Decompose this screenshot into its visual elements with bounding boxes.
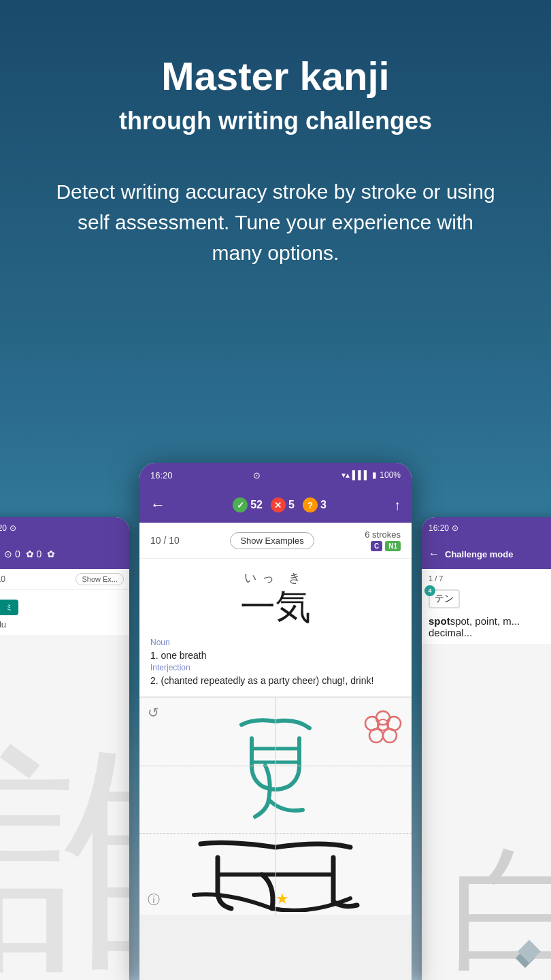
right-bg-kanji: 白 xyxy=(449,844,551,980)
kanji-char: 一気 xyxy=(139,589,412,624)
left-content: ヒ、ミ evalu xyxy=(0,590,129,635)
right-content: 1 / 7 4 テン spotspot, point, m... decimal… xyxy=(422,569,551,644)
phone-center: 16:20 ⊙ ▾▴ ▌▌▌ ▮ 100% ← ✓ 52 xyxy=(139,463,412,980)
stat-correct: ✓ 52 xyxy=(233,497,263,512)
hero-description: Detect writing accuracy stroke by stroke… xyxy=(41,176,510,268)
center-card: 10 / 10 Show Examples 6 strokes C N1 いっ … xyxy=(139,523,412,915)
info-icon[interactable]: ⓘ xyxy=(148,892,160,908)
left-progress: 1 / 10 xyxy=(0,574,5,584)
badge-n1: N1 xyxy=(385,541,401,551)
left-icon2: ✿ 0 xyxy=(26,549,42,559)
left-bg-kanji: 誰 xyxy=(0,742,129,980)
svg-point-4 xyxy=(365,717,379,730)
filter-icon[interactable]: ↑ xyxy=(394,497,401,513)
phones-area: 16:20 ⊙ ← ⊙ 0 ✿ 0 ✿ 1 / 10 Show Ex... ヒ、… xyxy=(0,422,551,980)
left-icon3: ✿ xyxy=(47,549,55,559)
center-topbar: ← ✓ 52 ✕ 5 ? 3 xyxy=(139,487,412,523)
badge-c: C xyxy=(371,541,382,551)
grid-horizontal-mid xyxy=(139,766,412,766)
kanji-reading: いっ き xyxy=(139,570,412,586)
left-show-examples: Show Ex... xyxy=(76,573,124,585)
drawing-top-half: ↺ xyxy=(139,698,412,834)
kanji-definition: Noun 1. one breath Interjection 2. (chan… xyxy=(139,631,412,697)
wifi-icon: ▾▴ xyxy=(341,470,350,480)
center-statusbar: 16:20 ⊙ ▾▴ ▌▌▌ ▮ 100% xyxy=(139,463,412,487)
def-type-2: Interjection xyxy=(150,663,401,672)
right-topbar: ← Challenge mode xyxy=(422,539,551,569)
flower-icon xyxy=(363,704,403,745)
left-card-header: 1 / 10 Show Ex... xyxy=(0,569,129,590)
battery-icon: ▮ xyxy=(372,470,377,480)
q-circle: ? xyxy=(303,497,318,512)
refresh-icon[interactable]: ↺ xyxy=(148,704,159,721)
card-header: 10 / 10 Show Examples 6 strokes C N1 xyxy=(139,523,412,559)
left-icon1: ⊙ 0 xyxy=(4,549,20,559)
left-status-time: 16:20 xyxy=(0,523,7,533)
stroke-badges: C N1 xyxy=(365,541,401,551)
ten-badge-wrapper: 4 テン xyxy=(429,589,551,608)
left-topbar: ← ⊙ 0 ✿ 0 ✿ xyxy=(0,539,129,569)
def-item-2: 2. (chanted repeatedly as a party cheer)… xyxy=(150,675,401,686)
status-icons: ▾▴ ▌▌▌ ▮ 100% xyxy=(341,470,401,480)
show-examples-button[interactable]: Show Examples xyxy=(230,532,314,549)
hero-subtitle: through writing challenges xyxy=(41,106,510,135)
battery-text: 100% xyxy=(380,470,401,480)
center-back-arrow[interactable]: ← xyxy=(150,496,165,514)
right-progress: 1 / 7 xyxy=(429,574,551,583)
phone-left: 16:20 ⊙ ← ⊙ 0 ✿ 0 ✿ 1 / 10 Show Ex... ヒ、… xyxy=(0,517,129,980)
left-teal-pill: ヒ、ミ xyxy=(0,600,18,615)
hero-title: Master kanji xyxy=(41,54,510,98)
strokes-label: 6 strokes xyxy=(365,529,401,540)
left-eval-text: evalu xyxy=(0,619,124,630)
hero-section: Master kanji through writing challenges … xyxy=(0,0,551,295)
topbar-stats: ✓ 52 ✕ 5 ? 3 xyxy=(233,497,327,512)
center-status-time: 16:20 xyxy=(150,470,173,480)
def-type-1: Noun xyxy=(150,638,401,647)
right-topbar-title: Challenge mode xyxy=(445,549,513,559)
check-circle: ✓ xyxy=(233,497,248,512)
drawing-area[interactable]: ↺ xyxy=(139,697,412,915)
stat-unknown: ? 3 xyxy=(303,497,327,512)
right-status-icon: ⊙ xyxy=(452,523,458,533)
svg-point-2 xyxy=(383,729,397,742)
kanji-display: いっ き 一気 xyxy=(139,559,412,631)
teal-small-badge: 4 xyxy=(424,585,435,596)
right-word: spotspot, point, m... decimal... xyxy=(429,615,551,638)
signal-icon: ▌▌▌ xyxy=(352,470,370,480)
def-item-1: 1. one breath xyxy=(150,650,401,661)
x-circle: ✕ xyxy=(271,497,286,512)
center-status-icon: ⊙ xyxy=(253,470,261,480)
card-progress: 10 / 10 xyxy=(150,535,180,546)
phone-right: 16:20 ⊙ ← Challenge mode 1 / 7 4 テン spot… xyxy=(422,517,551,980)
right-back-arrow[interactable]: ← xyxy=(429,548,439,560)
strokes-info: 6 strokes C N1 xyxy=(365,529,401,551)
left-statusbar: 16:20 ⊙ xyxy=(0,517,129,539)
left-status-icon: ⊙ xyxy=(10,523,16,533)
right-status-time: 16:20 xyxy=(429,523,449,533)
stat-wrong: ✕ 5 xyxy=(271,497,295,512)
right-statusbar: 16:20 ⊙ xyxy=(422,517,551,539)
